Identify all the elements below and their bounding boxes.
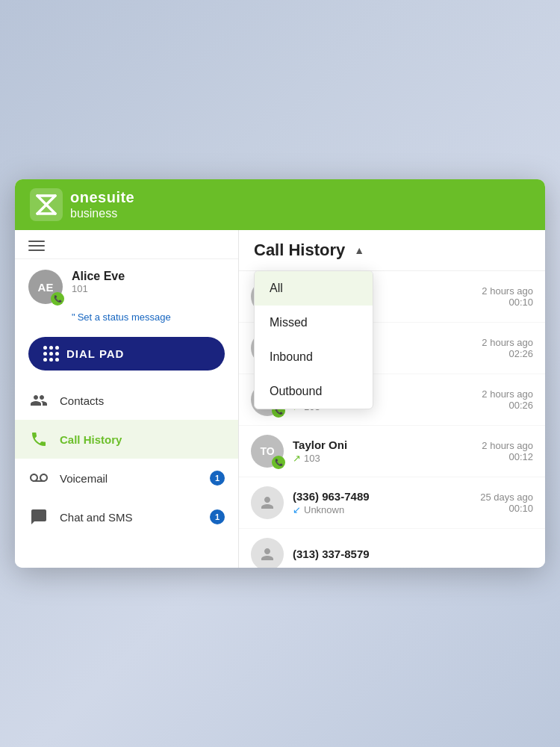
filter-option-missed[interactable]: Missed bbox=[255, 306, 373, 340]
status-message: "Set a status message bbox=[15, 309, 238, 331]
call-time-col: 2 hours ago 02:26 bbox=[482, 337, 533, 359]
sidebar-item-call-history[interactable]: Call History bbox=[15, 420, 238, 459]
call-duration: 00:10 bbox=[480, 503, 533, 514]
phone-icon: 📞 bbox=[54, 295, 62, 303]
quote-icon: " bbox=[72, 311, 75, 323]
voicemail-label: Voicemail bbox=[60, 472, 108, 485]
sidebar-top bbox=[15, 230, 238, 259]
voicemail-icon bbox=[28, 469, 49, 487]
call-duration: 00:10 bbox=[482, 297, 533, 308]
chat-icon bbox=[28, 508, 49, 526]
right-panel: Call History ▲ All Missed Inbound Outbou… bbox=[239, 230, 545, 568]
call-details: (313) 337-8579 bbox=[293, 548, 524, 562]
outbound-arrow-icon: ↗ bbox=[293, 453, 301, 464]
filter-dropdown[interactable]: All Missed Inbound Outbound bbox=[254, 270, 373, 409]
chevron-up-icon[interactable]: ▲ bbox=[354, 244, 364, 256]
app-window: onesuite business AE 📞 bbox=[15, 179, 545, 568]
contacts-label: Contacts bbox=[60, 394, 104, 407]
dial-pad-button[interactable]: DIAL PAD bbox=[28, 337, 225, 371]
sidebar-item-chat-sms[interactable]: Chat and SMS 1 bbox=[15, 498, 238, 536]
call-details: Taylor Oni ↗ 103 bbox=[293, 438, 473, 464]
call-item[interactable]: (336) 963-7489 ↙ Unknown 25 days ago 00:… bbox=[239, 477, 545, 529]
call-avatar-badge: 📞 bbox=[272, 456, 285, 469]
call-avatar-unknown bbox=[251, 538, 284, 568]
status-link[interactable]: "Set a status message bbox=[72, 311, 171, 323]
logo-text-one: onesuite bbox=[70, 188, 134, 206]
call-item[interactable]: TO 📞 Taylor Oni ↗ 103 2 hours ago 00:12 bbox=[239, 426, 545, 477]
logo-container: onesuite business bbox=[30, 188, 134, 221]
sidebar-item-voicemail[interactable]: Voicemail 1 bbox=[15, 459, 238, 498]
call-duration: 00:12 bbox=[482, 451, 533, 462]
user-name: Alice Eve bbox=[72, 270, 125, 283]
panel-header: Call History ▲ All Missed Inbound Outbou… bbox=[239, 230, 545, 271]
avatar: AE 📞 bbox=[28, 270, 63, 304]
call-history-icon bbox=[28, 430, 49, 448]
call-details: (336) 963-7489 ↙ Unknown bbox=[293, 490, 471, 515]
contacts-icon bbox=[28, 391, 49, 409]
missed-arrow-icon: ↙ bbox=[293, 504, 301, 515]
call-time: 2 hours ago bbox=[482, 440, 533, 451]
call-time-col: 2 hours ago 00:26 bbox=[482, 388, 533, 411]
call-time-col: 2 hours ago 00:10 bbox=[482, 285, 533, 308]
call-sub: ↙ Unknown bbox=[293, 504, 471, 515]
hamburger-line-2 bbox=[28, 245, 45, 247]
sidebar-item-contacts[interactable]: Contacts bbox=[15, 381, 238, 420]
chat-sms-badge: 1 bbox=[210, 509, 225, 524]
call-time-col: 2 hours ago 00:12 bbox=[482, 440, 533, 462]
voicemail-badge: 1 bbox=[210, 471, 225, 486]
call-time: 2 hours ago bbox=[482, 337, 533, 348]
call-time: 25 days ago bbox=[480, 492, 533, 503]
call-name: (336) 963-7489 bbox=[293, 490, 471, 503]
header: onesuite business bbox=[15, 179, 545, 230]
hamburger-menu[interactable] bbox=[28, 241, 45, 251]
call-duration: 00:26 bbox=[482, 400, 533, 411]
call-sub: ↗ 103 bbox=[293, 453, 473, 464]
hamburger-line-1 bbox=[28, 241, 45, 242]
filter-option-all[interactable]: All bbox=[255, 271, 373, 306]
person-icon bbox=[258, 494, 276, 512]
filter-option-inbound[interactable]: Inbound bbox=[255, 340, 373, 374]
call-name: (313) 337-8579 bbox=[293, 548, 524, 560]
call-avatar: TO 📞 bbox=[251, 435, 284, 468]
call-history-label: Call History bbox=[60, 433, 122, 446]
sidebar: AE 📞 Alice Eve 101 "Set a status message bbox=[15, 230, 239, 568]
chat-sms-label: Chat and SMS bbox=[60, 511, 133, 524]
logo-text: onesuite business bbox=[70, 188, 134, 220]
nav-items: Contacts Call History Voicemail 1 bbox=[15, 381, 238, 568]
call-avatar-unknown bbox=[251, 486, 284, 519]
logo-text-business: business bbox=[70, 206, 134, 220]
user-info: Alice Eve 101 bbox=[72, 270, 125, 294]
person-icon bbox=[258, 545, 276, 563]
filter-option-outbound[interactable]: Outbound bbox=[255, 374, 373, 409]
call-item[interactable]: (313) 337-8579 bbox=[239, 529, 545, 568]
call-duration: 02:26 bbox=[482, 348, 533, 359]
call-name: Taylor Oni bbox=[293, 438, 473, 451]
panel-title: Call History bbox=[254, 241, 345, 260]
user-extension: 101 bbox=[72, 283, 125, 294]
logo-icon bbox=[30, 188, 63, 221]
call-time: 2 hours ago bbox=[482, 285, 533, 297]
call-time-col: 25 days ago 00:10 bbox=[480, 492, 533, 514]
dial-pad-icon bbox=[43, 346, 59, 362]
user-section: AE 📞 Alice Eve 101 bbox=[15, 259, 238, 309]
avatar-phone-badge: 📞 bbox=[51, 292, 64, 306]
main-content: AE 📞 Alice Eve 101 "Set a status message bbox=[15, 230, 545, 568]
call-time: 2 hours ago bbox=[482, 388, 533, 400]
hamburger-line-3 bbox=[28, 249, 45, 251]
